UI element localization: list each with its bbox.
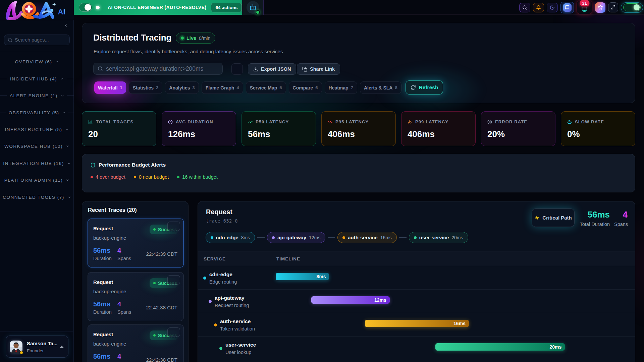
robot-icon (249, 4, 257, 11)
fullscreen-button[interactable] (608, 2, 618, 12)
chevron-down-icon (67, 162, 71, 165)
sidebar-section-infrastructure[interactable]: INFRASTRUCTURE (5) (0, 126, 74, 133)
chat-button[interactable] (560, 2, 574, 13)
section-label: WORKSPACE HUB (12) (4, 144, 63, 149)
section-label: ALERT ENGINE (1) (10, 93, 58, 98)
span-row-user-service[interactable]: user-service User lookup 20ms (198, 337, 635, 360)
tab-compare[interactable]: Compare6 (289, 81, 322, 94)
sidebar-section-incident-hub[interactable]: INCIDENT HUB (4) (0, 75, 74, 82)
trace-card[interactable]: Request Success backup-engine 56ms 4 Dur… (88, 272, 184, 321)
section-label: OBSERVABILITY (5) (9, 110, 59, 115)
chevron-down-icon (65, 128, 69, 131)
export-json-button[interactable]: Export JSON (248, 63, 296, 75)
section-label: INFRASTRUCTURE (5) (5, 127, 62, 132)
stat-value: 0% (567, 129, 580, 139)
span-bar-2[interactable]: 16ms (365, 320, 469, 327)
trace-card[interactable]: Request Success backup-engine 56ms 4 Dur… (88, 324, 184, 362)
tab-waterfall[interactable]: Waterfall1 (94, 81, 126, 94)
view-tabs: Waterfall1 Statistics2 Analytics3 Flame … (94, 81, 401, 94)
trace-detail-panel: Request trace-652-0 Critical Path 56ms T… (198, 201, 635, 362)
tab-statistics[interactable]: Statistics2 (129, 81, 162, 94)
tab-alerts-sla[interactable]: Alerts & SLA8 (360, 81, 401, 94)
sidebar-section-connected-tools[interactable]: CONNECTED TOOLS (7) (0, 194, 74, 200)
tab-service-map[interactable]: Service Map5 (246, 81, 286, 94)
theme-toggle-button[interactable] (547, 3, 558, 12)
chip-api-gateway[interactable]: api-gateway12ms (267, 232, 325, 243)
user-card[interactable]: Samson Ta... Founder (6, 336, 68, 358)
page-header-panel: Distributed Tracing Live 0/min Explore r… (82, 23, 635, 103)
trace-select-checkbox[interactable] (167, 275, 180, 285)
span-row-auth-service[interactable]: auth-service Token validation 16ms (198, 313, 635, 337)
trace-select-checkbox[interactable] (167, 327, 180, 337)
trace-id: trace-652-0 (206, 218, 238, 224)
star-icon (598, 5, 603, 10)
sidebar-section-platform-admin[interactable]: PLATFORM ADMIN (11) (0, 177, 74, 183)
critical-path-button[interactable]: Critical Path (532, 208, 575, 227)
service-dot (203, 277, 206, 280)
stat-value: 56ms (248, 129, 270, 139)
service-dot (219, 347, 222, 350)
ai-active-dot (96, 6, 100, 9)
live-dot (181, 37, 184, 40)
trace-search-input[interactable] (106, 65, 218, 72)
section-label: INTEGRATION HUB (16) (3, 161, 64, 166)
chat-icon (565, 5, 570, 10)
ai-actions-badge[interactable]: 64 actions (211, 3, 242, 12)
refresh-button[interactable]: Refresh (406, 80, 443, 95)
span-row-api-gateway[interactable]: api-gateway Request routing 12ms (198, 290, 635, 313)
topbar-search-button[interactable] (519, 3, 530, 12)
chevron-down-icon (66, 144, 69, 148)
stat-value: 406ms (328, 129, 355, 139)
download-icon (253, 67, 258, 72)
share-link-button[interactable]: Share Link (297, 63, 340, 75)
span-bar-1[interactable]: 12ms (311, 296, 390, 304)
sidebar-section-overview[interactable]: OVERVIEW (6) (0, 58, 74, 65)
budget-title: Performance Budget Alerts (99, 162, 166, 168)
trace-select-checkbox[interactable] (167, 222, 180, 231)
user-name: Samson Ta... (27, 341, 57, 346)
user-status-dot (19, 351, 23, 355)
span-bar-0[interactable]: 8ms (276, 273, 329, 280)
screen-share-button[interactable]: 31 (577, 1, 592, 14)
section-label: PLATFORM ADMIN (11) (4, 178, 63, 183)
span-bar-3[interactable]: 20ms (435, 343, 565, 351)
sidebar-footer-divider (0, 331, 74, 332)
spans-stat: 4 Spans (614, 209, 628, 227)
trace-search[interactable] (93, 63, 223, 75)
span-row-cdn-edge[interactable]: cdn-edge Edge routing 8ms (198, 266, 635, 290)
chip-user-service[interactable]: user-service20ms (409, 232, 468, 243)
trace-card[interactable]: Request Success backup-engine 56ms 4 Dur… (88, 219, 184, 267)
robot-avatar[interactable] (247, 1, 259, 14)
tab-analytics[interactable]: Analytics3 (165, 81, 199, 94)
performance-budget-panel: Performance Budget Alerts 4 over budget … (82, 154, 635, 192)
stat-card-p95-latency: P95 LATENCY 406ms (321, 111, 396, 146)
sidebar-section-alert-engine[interactable]: ALERT ENGINE (1) (0, 92, 74, 99)
ai-oncall-toggle[interactable] (79, 3, 92, 12)
ai-banner-label: AI ON-CALL ENGINEER (AUTO-RESOLVE) (108, 5, 206, 10)
stat-card-p99-latency: P99 LATENCY 406ms (401, 111, 476, 146)
chevron-down-icon (55, 60, 59, 64)
power-toggle[interactable] (621, 2, 643, 13)
filter-square-button[interactable] (231, 63, 243, 75)
tab-flame-graph[interactable]: Flame Graph4 (202, 81, 243, 94)
stat-card-error-rate: ERROR RATE 20% (481, 111, 555, 146)
expand-icon (611, 5, 615, 10)
amber-dot (134, 176, 136, 178)
chip-cdn-edge[interactable]: cdn-edge8ms (206, 232, 255, 243)
topbar-actions: 31 (519, 0, 643, 15)
sidebar-section-integration-hub[interactable]: INTEGRATION HUB (16) (0, 160, 74, 167)
chip-auth-service[interactable]: auth-service16ms (337, 232, 397, 243)
sidebar-section-observability[interactable]: OBSERVABILITY (5) (0, 109, 74, 116)
sidebar-search[interactable] (4, 35, 70, 45)
sidebar-search-input[interactable] (15, 37, 65, 43)
app-logo[interactable]: AI (0, 0, 74, 20)
notifications-button[interactable] (533, 3, 544, 12)
trending-down-icon (328, 120, 332, 124)
favorites-button[interactable] (595, 2, 605, 13)
sidebar-section-workspace-hub[interactable]: WORKSPACE HUB (12) (0, 143, 74, 149)
stat-card-total-traces: TOTAL TRACES 20 (82, 111, 156, 146)
sidebar-collapse-button[interactable] (64, 23, 68, 27)
tab-heatmap[interactable]: Heatmap7 (325, 81, 357, 94)
user-menu-caret-icon[interactable] (60, 346, 64, 348)
chevron-down-icon (66, 178, 69, 182)
